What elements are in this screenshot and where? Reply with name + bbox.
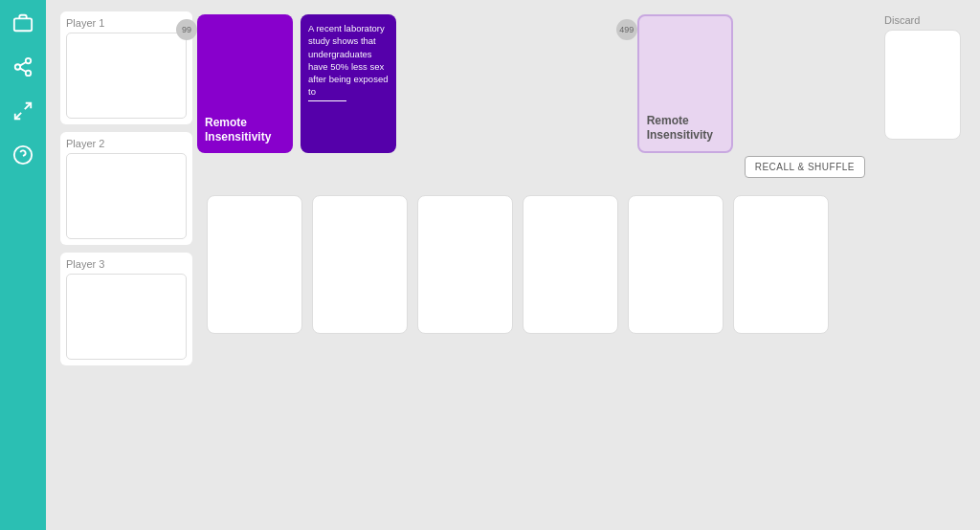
white-stack-count: 499: [616, 19, 637, 40]
hand-card-5[interactable]: [628, 195, 724, 334]
svg-point-2: [15, 64, 21, 70]
svg-point-1: [26, 58, 32, 64]
svg-line-7: [15, 113, 21, 119]
hand-card-4[interactable]: [523, 195, 618, 334]
svg-rect-0: [14, 18, 32, 31]
share-icon[interactable]: [10, 54, 36, 80]
player-2-panel: Player 2: [60, 132, 192, 245]
svg-line-6: [25, 103, 31, 109]
black-card-stack-wrapper: 99 Remote Insensitivity: [197, 14, 293, 153]
blank-line: [308, 100, 346, 101]
fullscreen-icon[interactable]: [10, 98, 36, 124]
question-card[interactable]: A recent laboratory study shows that und…: [301, 14, 396, 153]
discard-area: Discard: [884, 14, 961, 140]
black-card-text: Remote Insensitivity: [205, 116, 285, 145]
player-1-panel: Player 1: [60, 11, 192, 124]
hand-cards-row: [207, 195, 961, 334]
discard-card: [884, 30, 961, 140]
player-1-label: Player 1: [66, 17, 187, 29]
content-area: Player 1 Player 2 Player 3 99: [60, 10, 966, 520]
player-2-card-area: [66, 153, 187, 239]
hand-card-1[interactable]: [207, 195, 302, 334]
question-card-text: A recent laboratory study shows that und…: [308, 22, 389, 99]
player-3-card-area: [66, 274, 187, 360]
svg-line-4: [20, 68, 26, 72]
svg-point-3: [26, 71, 32, 77]
player-3-label: Player 3: [66, 258, 187, 270]
hand-card-2[interactable]: [312, 195, 408, 334]
sidebar: [0, 0, 46, 530]
player-1-card-area: [66, 33, 187, 119]
briefcase-icon[interactable]: [10, 10, 36, 36]
center-right-area: 99 Remote Insensitivity A recent laborat…: [192, 10, 966, 520]
play-row: 99 Remote Insensitivity A recent laborat…: [197, 10, 961, 178]
white-played-card[interactable]: Remote Insensitivity: [637, 14, 733, 153]
play-zone: 99 Remote Insensitivity A recent laborat…: [197, 14, 865, 178]
hand-card-3[interactable]: [417, 195, 513, 334]
player-2-label: Player 2: [66, 138, 187, 149]
hand-card-6[interactable]: [733, 195, 829, 334]
discard-label: Discard: [884, 14, 920, 26]
main-area: Player 1 Player 2 Player 3 99: [46, 0, 980, 530]
white-card-text: Remote Insensitivity: [647, 114, 724, 144]
players-column: Player 1 Player 2 Player 3: [60, 10, 192, 520]
player-3-panel: Player 3: [60, 253, 192, 365]
svg-line-5: [20, 62, 26, 66]
recall-shuffle-button[interactable]: RECALL & SHUFFLE: [745, 156, 865, 178]
recall-shuffle-area: RECALL & SHUFFLE: [745, 156, 865, 178]
black-stack-count: 99: [176, 19, 197, 40]
white-card-stack-wrapper: 499 Remote Insensitivity: [637, 14, 733, 153]
help-icon[interactable]: [10, 142, 36, 168]
black-card[interactable]: Remote Insensitivity: [197, 14, 293, 153]
